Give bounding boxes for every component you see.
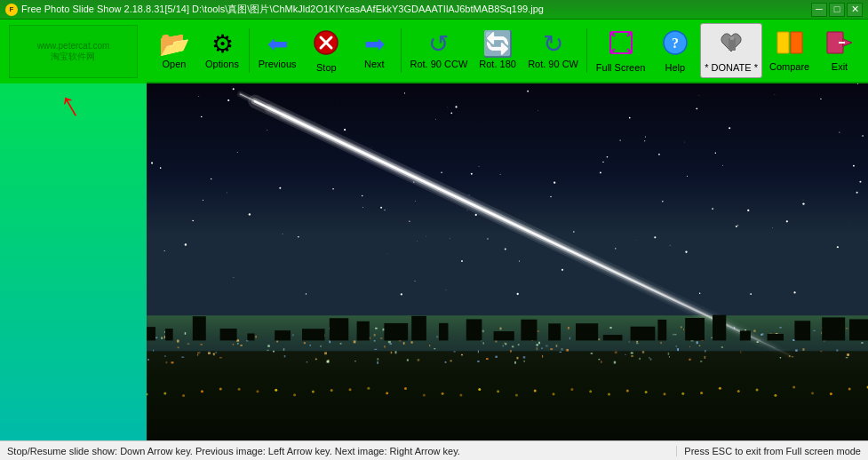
minimize-button[interactable]: ─: [811, 3, 827, 17]
fullscreen-icon: [608, 29, 634, 60]
svg-rect-6: [729, 38, 736, 51]
rot-ccw-button[interactable]: ↺ Rot. 90 CCW: [405, 23, 472, 78]
rot-cw-icon: ↻: [543, 32, 563, 57]
exit-button[interactable]: Exit: [816, 23, 863, 78]
status-left-text: Stop/Resume slide show: Down Arrow key. …: [0, 446, 676, 456]
open-label: Open: [163, 59, 187, 69]
status-bar: Stop/Resume slide show: Down Arrow key. …: [0, 440, 868, 460]
options-icon: ⚙: [211, 32, 234, 57]
app-icon: F: [5, 4, 18, 16]
donate-button[interactable]: * DONATE *: [700, 23, 762, 78]
next-label: Next: [364, 59, 385, 69]
rot-cw-button[interactable]: ↻ Rot. 90 CW: [523, 23, 584, 78]
watermark-area: www.petercat.com淘宝软件网: [0, 20, 147, 83]
title-text: Free Photo Slide Show 2.18.8.31[5/14] D:…: [21, 3, 544, 16]
exit-icon: [826, 30, 853, 59]
rot-ccw-icon: ↺: [428, 32, 449, 57]
exit-label: Exit: [832, 61, 848, 72]
rot-ccw-label: Rot. 90 CCW: [410, 59, 467, 69]
previous-button[interactable]: ⬅ Previous: [253, 23, 301, 78]
svg-rect-9: [791, 32, 802, 53]
separator-1: [249, 28, 250, 73]
compare-icon: [776, 30, 803, 59]
status-right-text: Press ESC to exit from Full screen mode: [676, 446, 868, 456]
stop-icon: [313, 29, 339, 60]
main-image-area: [147, 83, 868, 440]
open-button[interactable]: 📂 Open: [151, 23, 197, 78]
close-button[interactable]: ✕: [847, 3, 863, 17]
next-button[interactable]: ➡ Next: [351, 23, 397, 78]
rot-180-button[interactable]: 🔄 Rot. 180: [474, 23, 521, 78]
stop-button[interactable]: Stop: [303, 23, 349, 78]
title-bar: F Free Photo Slide Show 2.18.8.31[5/14] …: [0, 0, 868, 20]
rot-cw-label: Rot. 90 CW: [528, 59, 578, 69]
options-button[interactable]: ⚙ Options: [199, 23, 245, 78]
donate-icon: [718, 29, 745, 60]
help-icon: ?: [662, 29, 689, 60]
fullscreen-label: Full Screen: [596, 62, 646, 73]
previous-label: Previous: [259, 59, 297, 69]
rot-180-label: Rot. 180: [479, 59, 516, 69]
stop-label: Stop: [316, 62, 337, 73]
donate-label: * DONATE *: [705, 62, 758, 73]
compare-label: Compare: [769, 61, 809, 72]
svg-rect-7: [730, 36, 734, 40]
window-controls: ─ □ ✕: [811, 3, 863, 17]
help-button[interactable]: ? Help: [652, 23, 698, 78]
separator-2: [401, 28, 402, 73]
next-icon: ➡: [364, 32, 385, 57]
svg-rect-8: [777, 32, 789, 53]
previous-icon: ⬅: [267, 32, 288, 57]
rot-180-icon: 🔄: [482, 32, 514, 57]
left-panel: [0, 83, 147, 440]
maximize-button[interactable]: □: [829, 3, 845, 17]
options-label: Options: [205, 59, 239, 69]
compare-button[interactable]: Compare: [764, 23, 815, 78]
separator-3: [586, 28, 587, 73]
svg-text:?: ?: [672, 36, 679, 51]
fullscreen-button[interactable]: Full Screen: [591, 23, 650, 78]
night-image-canvas: [147, 83, 868, 440]
open-icon: 📂: [159, 32, 190, 57]
help-label: Help: [665, 62, 686, 73]
